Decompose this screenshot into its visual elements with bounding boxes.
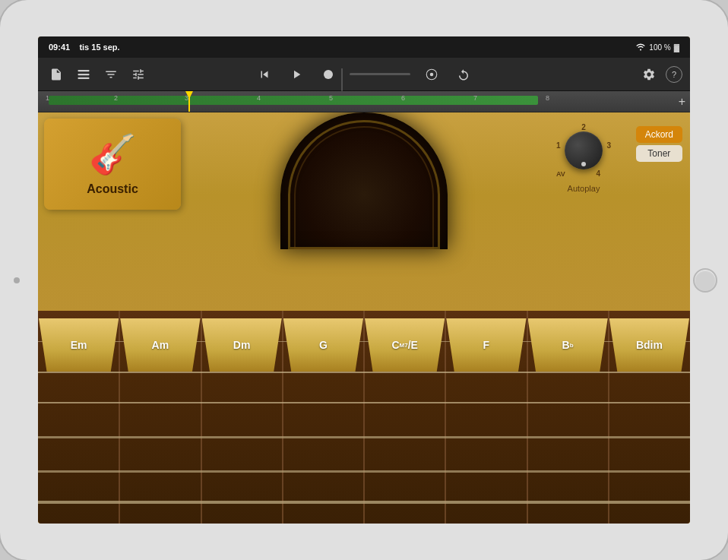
metronome-button[interactable]	[421, 64, 442, 85]
autoplay-panel: 1 2 3 4 AV Autoplay	[553, 120, 614, 193]
svg-point-5	[430, 72, 434, 76]
autoplay-num-2: 2	[581, 123, 586, 131]
toolbar: ?	[38, 58, 690, 91]
timeline-num-2: 2	[114, 94, 118, 102]
chord-bb[interactable]: Bb	[528, 318, 608, 372]
autoplay-label: Autoplay	[568, 184, 600, 193]
toolbar-right: ?	[526, 64, 683, 85]
timeline-num-1: 1	[46, 94, 49, 102]
timeline-ruler: 1 2 3 4 5 6 7 8 +	[38, 91, 690, 112]
knob-dot	[581, 162, 586, 166]
timeline-num-7: 7	[473, 94, 477, 102]
fretboard: Em Am Dm G CM7/E F Bb Bdim	[38, 311, 690, 524]
timeline-num-6: 6	[401, 94, 405, 102]
add-track-button[interactable]: +	[679, 95, 685, 109]
toner-button[interactable]: Toner	[636, 145, 682, 162]
autoplay-numbers: 1 2 3 4 AV	[553, 120, 614, 181]
play-button[interactable]	[286, 64, 307, 85]
screen: 09:41 tis 15 sep. 100 % ▓	[38, 36, 690, 524]
svg-rect-1	[78, 73, 90, 74]
new-song-button[interactable]	[46, 64, 67, 85]
battery-text: 100 %	[649, 43, 670, 52]
timeline-num-3: 3	[185, 94, 188, 102]
sound-hole	[280, 112, 448, 249]
autoplay-knob[interactable]	[565, 131, 603, 169]
ipad-frame: 09:41 tis 15 sep. 100 % ▓	[0, 0, 728, 560]
chord-am[interactable]: Am	[120, 318, 200, 372]
help-button[interactable]: ?	[666, 66, 682, 83]
playhead	[188, 91, 190, 112]
autoplay-num-av: AV	[556, 170, 565, 178]
instrument-panel[interactable]: 🎸 Acoustic	[44, 119, 181, 210]
chord-em[interactable]: Em	[39, 318, 119, 372]
timeline-num-4: 4	[257, 94, 261, 102]
instrument-name: Acoustic	[87, 182, 138, 196]
wifi-icon	[635, 42, 646, 52]
autoplay-num-4: 4	[596, 169, 600, 178]
chord-buttons: Em Am Dm G CM7/E F Bb Bdim	[38, 311, 690, 372]
volume-slider[interactable]	[350, 73, 410, 75]
timeline: 1 2 3 4 5 6 7 8 +	[38, 91, 690, 112]
timeline-num-5: 5	[329, 94, 333, 102]
status-bar: 09:41 tis 15 sep. 100 % ▓	[38, 36, 690, 58]
guitar-area: 🎸 Acoustic 1 2 3 4 AV Autopl	[38, 112, 690, 524]
main-content: 🎸 Acoustic 1 2 3 4 AV Autopl	[38, 112, 690, 524]
string-6	[38, 501, 690, 504]
mixer-button[interactable]	[100, 64, 122, 85]
record-button[interactable]	[318, 64, 339, 85]
tracks-button[interactable]	[73, 64, 94, 85]
string-2	[38, 372, 690, 373]
ackord-button[interactable]: Ackord	[636, 126, 682, 143]
settings-button[interactable]	[638, 64, 660, 85]
autoplay-num-3: 3	[606, 141, 611, 150]
home-button[interactable]	[693, 268, 717, 293]
battery-icon: ▓	[674, 43, 679, 52]
chord-bdim[interactable]: Bdim	[609, 318, 689, 372]
eq-settings-button[interactable]	[128, 64, 149, 85]
toolbar-left	[46, 64, 203, 85]
guitar-icon: 🎸	[89, 132, 136, 176]
svg-point-3	[324, 70, 333, 79]
timeline-num-8: 8	[546, 94, 549, 102]
chord-cm7e[interactable]: CM7/E	[365, 318, 445, 372]
string-3	[38, 402, 690, 403]
sound-hole-arch	[280, 112, 448, 249]
autoplay-num-1: 1	[556, 141, 561, 150]
mode-buttons: Ackord Toner	[636, 126, 682, 162]
string-4	[38, 436, 690, 438]
undo-button[interactable]	[453, 64, 474, 85]
svg-rect-0	[78, 70, 90, 71]
string-5	[38, 470, 690, 473]
status-time: 09:41 tis 15 sep.	[49, 43, 120, 52]
rewind-button[interactable]	[254, 64, 275, 85]
side-dot	[14, 277, 20, 283]
toolbar-center	[207, 64, 521, 85]
chord-g[interactable]: G	[283, 318, 363, 372]
chord-f[interactable]: F	[446, 318, 526, 372]
status-right: 100 % ▓	[635, 42, 679, 52]
svg-rect-2	[78, 77, 90, 78]
chord-dm[interactable]: Dm	[202, 318, 282, 372]
